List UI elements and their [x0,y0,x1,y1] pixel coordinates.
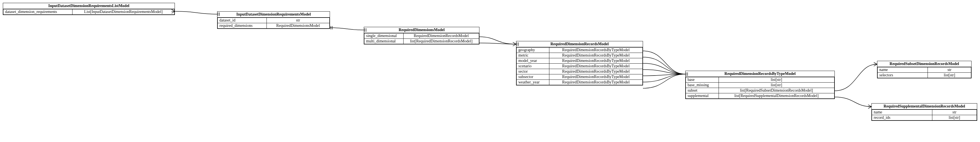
entity-requireddimensionrecordsmodel: RequiredDimensionRecordsModel geography … [516,41,643,86]
table-row: name str [872,110,977,115]
field-name: base [686,77,719,82]
field-type: list[str] [719,82,834,88]
field-type: str [928,67,971,73]
entity-requireddimensionsmodel: RequiredDimensionsModel single_dimension… [364,27,479,44]
field-name: required_dimensions [218,23,267,29]
entity-inputdatasetdimensionrequirementslistmodel: InputDatasetDimensionRequirementsListMod… [3,3,175,15]
table-row: weather_year RequiredDimensionRecordsByT… [517,80,643,85]
entity-title: RequiredDimensionsModel [364,27,479,33]
field-name: dataset_dimension_requirements [3,9,73,15]
field-type: RequiredDimensionRecordsModel [404,33,479,39]
field-name: selectors [878,73,928,78]
table-row: multi_dimensional list[RequiredDimension… [364,39,479,44]
field-name: metric [517,53,549,58]
entity-rows: name str selectors list[str] [877,67,971,78]
table-row: name str [878,67,971,73]
field-type: RequiredDimensionRecordsByTypeModel [549,53,643,58]
table-row: required_dimensions RequiredDimensionsMo… [218,23,330,29]
field-name: sector [517,69,549,74]
table-row: record_ids list[str] [872,115,977,121]
table-row: base list[str] [686,77,834,82]
field-name: single_dimensional [364,33,404,39]
field-name: multi_dimensional [364,39,404,44]
field-name: subset [686,88,719,94]
field-name: name [878,67,928,73]
entity-rows: dataset_id str required_dimensions Requi… [218,18,330,29]
entity-title: RequiredDimensionRecordsModel [516,41,643,47]
table-row: selectors list[str] [878,73,971,78]
table-row: subsector RequiredDimensionRecordsByType… [517,74,643,80]
field-name: name [872,110,932,115]
entity-title: RequiredSubsetDimensionRecordsModel [877,61,971,67]
entity-title: RequiredDimensionRecordsByTypeModel [686,71,834,77]
entity-title: InputDatasetDimensionRequirementsListMod… [3,3,175,9]
field-name: subsector [517,74,549,80]
field-type: RequiredDimensionRecordsByTypeModel [549,47,643,53]
table-row: sector RequiredDimensionRecordsByTypeMod… [517,69,643,74]
field-type: RequiredDimensionsModel [267,23,329,29]
field-type: RequiredDimensionRecordsByTypeModel [549,74,643,80]
field-name: record_ids [872,115,932,121]
field-type: List[InputDatasetDimensionRequirementsMo… [73,9,175,15]
entity-rows: base list[str] base_missing list[str] su… [686,77,834,99]
field-type: RequiredDimensionRecordsByTypeModel [549,64,643,69]
table-row: scenario RequiredDimensionRecordsByTypeM… [517,64,643,69]
field-type: list[str] [719,77,834,82]
table-row: geography RequiredDimensionRecordsByType… [517,47,643,53]
table-row: metric RequiredDimensionRecordsByTypeMod… [517,53,643,58]
entity-rows: single_dimensional RequiredDimensionReco… [364,33,479,44]
field-type: list[RequiredDimensionRecordsModel] [404,39,479,44]
field-name: base_missing [686,82,719,88]
field-name: model_year [517,58,549,64]
entity-requiredsubsetdimensionrecordsmodel: RequiredSubsetDimensionRecordsModel name… [877,61,972,78]
entity-inputdatasetdimensionrequirementsmodel: InputDatasetDimensionRequirementsModel d… [217,11,330,29]
entity-title: InputDatasetDimensionRequirementsModel [218,11,330,18]
field-name: dataset_id [218,18,267,23]
field-type: RequiredDimensionRecordsByTypeModel [549,58,643,64]
entity-requireddimensionrecordsbytypemodel: RequiredDimensionRecordsByTypeModel base… [685,71,835,99]
field-name: supplemental [686,94,719,99]
table-row: single_dimensional RequiredDimensionReco… [364,33,479,39]
field-type: str [267,18,329,23]
table-row: dataset_id str [218,18,330,23]
field-type: RequiredDimensionRecordsByTypeModel [549,80,643,85]
field-type: list[RequiredSubsetDimensionRecordsModel… [719,88,834,94]
table-row: supplemental list[RequiredSupplementalDi… [686,94,834,99]
field-type: list[str] [928,73,971,78]
field-type: RequiredDimensionRecordsByTypeModel [549,69,643,74]
field-type: list[str] [932,115,977,121]
table-row: model_year RequiredDimensionRecordsByTyp… [517,58,643,64]
field-name: weather_year [517,80,549,85]
table-row: subset list[RequiredSubsetDimensionRecor… [686,88,834,94]
entity-rows: dataset_dimension_requirements List[Inpu… [3,9,175,15]
field-name: geography [517,47,549,53]
er-diagram-canvas: InputDatasetDimensionRequirementsListMod… [0,0,980,142]
entity-rows: geography RequiredDimensionRecordsByType… [516,47,643,85]
entity-rows: name str record_ids list[str] [872,110,977,121]
entity-requiredsupplementaldimensionrecordsmodel: RequiredSupplementalDimensionRecordsMode… [872,103,977,121]
table-row: dataset_dimension_requirements List[Inpu… [3,9,175,15]
field-type: str [932,110,977,115]
field-name: scenario [517,64,549,69]
entity-title: RequiredSupplementalDimensionRecordsMode… [872,103,977,110]
table-row: base_missing list[str] [686,82,834,88]
field-type: list[RequiredSupplementalDimensionRecord… [719,94,834,99]
